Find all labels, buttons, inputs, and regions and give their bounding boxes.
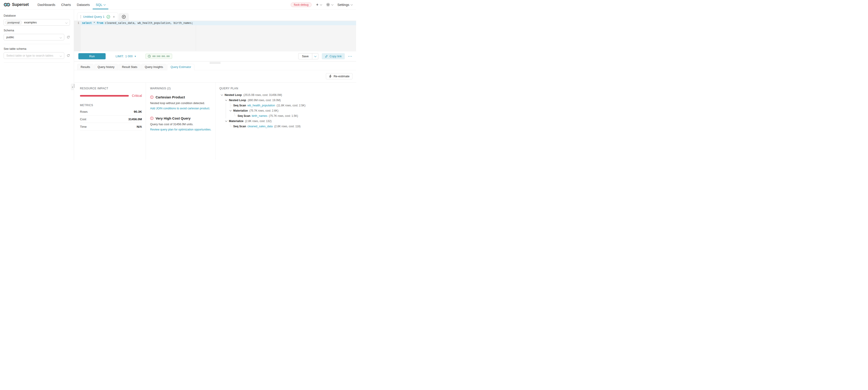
metric-value: 90.3K (134, 110, 142, 113)
timer-value: 00:00:00.00 (152, 55, 169, 58)
sql-code-line: select * from cleaned_sales_data, wb_hea… (82, 22, 193, 25)
save-options-button[interactable] (312, 53, 318, 59)
nav-item-charts[interactable]: Charts (58, 0, 74, 9)
tree-connector-icon (232, 113, 237, 118)
new-item-button[interactable]: + (316, 2, 321, 7)
tree-guide (224, 113, 228, 118)
tree-connector-icon (228, 103, 232, 108)
query-plan-node: Seq Scanbirth_names(75.7K rows, cost: 1.… (219, 113, 352, 118)
theme-toggle-button[interactable] (326, 3, 333, 7)
tab-query-insights[interactable]: Query Insights (141, 64, 166, 70)
plan-node-name: Materialize (233, 109, 248, 112)
sql-editor[interactable]: 1 select * from cleaned_sales_data, wb_h… (74, 21, 356, 51)
refresh-schemas-icon[interactable] (66, 35, 70, 39)
drag-handle-icon[interactable] (81, 15, 81, 18)
metrics-table: Rows90.3KCost31456.0MTimeN/A (80, 108, 142, 130)
schema-label: Schema (4, 29, 70, 32)
tree-guide (219, 113, 224, 118)
tree-guide (224, 108, 228, 113)
plan-node-detail: (2.8K rows, cost: 118) (274, 125, 301, 128)
chevron-down-icon (103, 3, 106, 5)
schema-select[interactable]: public (4, 34, 64, 40)
collapse-sidebar-button[interactable]: ‹ (71, 84, 74, 90)
table-select-placeholder: Select table or type to search tables (6, 54, 53, 57)
editor-active-line[interactable]: select * from cleaned_sales_data, wb_hea… (81, 21, 356, 25)
warning-item: Very High Cost QueryQuery has cost of 31… (150, 116, 212, 131)
settings-label: Settings (338, 3, 349, 7)
superset-logo[interactable]: Superset (4, 0, 29, 9)
caret-down-icon[interactable] (219, 92, 224, 97)
nav-item-label: Dashboards (37, 3, 55, 7)
sql-token: from (97, 22, 103, 25)
plan-node-name: Materialize (229, 120, 244, 123)
table-select[interactable]: Select table or type to search tables (4, 52, 64, 59)
warning-suggestion-link[interactable]: Add JOIN conditions to avoid cartesian p… (150, 107, 212, 110)
tree-guide (224, 124, 228, 129)
save-button[interactable]: Save (299, 53, 312, 59)
nav-item-datasets[interactable]: Datasets (74, 0, 93, 9)
chevron-down-icon (351, 3, 353, 5)
editor-toolbar: Run LIMIT: 1 000 ▼ 00:00:00.00 Save (74, 51, 356, 61)
database-select[interactable]: postgresql examples (4, 19, 70, 26)
copy-link-label: Copy link (330, 55, 342, 58)
nav-item-sql[interactable]: SQL (93, 0, 108, 9)
tab-query-estimator[interactable]: Query Estimator (167, 64, 194, 70)
plan-node-detail: (890.9M rows, cost: 19.0M) (248, 99, 281, 102)
database-value: examples (24, 21, 37, 24)
query-tab[interactable]: Untitled Query 1 × (77, 12, 118, 21)
plan-table-link[interactable]: birth_names (252, 114, 267, 118)
metric-row: Rows90.3K (80, 108, 142, 116)
warning-title: Very High Cost Query (150, 116, 212, 120)
query-plan-node: Nested Loop(890.9M rows, cost: 19.0M) (219, 97, 352, 103)
chevron-down-icon (65, 22, 68, 24)
nav-item-label: Charts (61, 3, 71, 7)
plan-table-link[interactable]: cleaned_sales_data (247, 125, 273, 128)
limit-dropdown[interactable]: LIMIT: 1 000 ▼ (116, 55, 136, 58)
resource-impact-column: RESOURCE IMPACT Critical METRICS Rows90.… (74, 83, 146, 159)
query-plan-node: Materialize(2.8K rows, cost: 132) (219, 118, 352, 124)
refresh-tables-icon[interactable] (66, 54, 70, 57)
plan-node-detail: (2515.0B rows, cost: 31456.0M) (244, 93, 282, 97)
check-circle-icon (106, 15, 110, 19)
query-plan-column: QUERY PLAN Nested Loop(2515.0B rows, cos… (215, 83, 356, 159)
query-plan-tree: Nested Loop(2515.0B rows, cost: 31456.0M… (219, 92, 352, 129)
limit-value: 1 000 (125, 55, 133, 58)
warning-suggestion-link[interactable]: Review query plan for optimization oppor… (150, 128, 212, 131)
superset-logo-icon (4, 2, 10, 7)
run-button[interactable]: Run (79, 53, 105, 59)
caret-down-icon[interactable] (224, 97, 228, 103)
more-menu-button[interactable]: ··· (348, 54, 353, 58)
plan-node-detail: (11.8K rows, cost: 2.5K) (277, 104, 306, 107)
impact-progress-bar (80, 95, 129, 97)
tab-results[interactable]: Results (77, 64, 94, 70)
copy-link-button[interactable]: Copy link (322, 53, 344, 59)
nav-item-label: SQL (96, 3, 102, 7)
metric-row: Cost31456.0M (80, 116, 142, 123)
chevron-down-icon (331, 3, 333, 5)
pane-splitter[interactable] (74, 61, 356, 64)
plan-node-detail: (2.8K rows, cost: 132) (245, 120, 272, 123)
query-plan-node: Seq Scancleaned_sales_data(2.8K rows, co… (219, 124, 352, 129)
sidebar-resize-handle[interactable] (74, 84, 74, 88)
editor-print-margin (196, 21, 196, 51)
tab-query-history[interactable]: Query history (94, 64, 118, 70)
chevron-down-icon (60, 36, 62, 39)
impact-level-label: Critical (132, 94, 142, 97)
tab-result-stats[interactable]: Result Stats (119, 64, 141, 70)
lightning-icon (329, 74, 332, 78)
table-schema-label: See table schema (4, 47, 70, 51)
sql-token: select (82, 22, 92, 25)
settings-menu[interactable]: Settings (338, 3, 352, 7)
new-query-tab-button[interactable] (119, 13, 129, 21)
reestimate-button[interactable]: Re-estimate (326, 73, 352, 79)
plan-table-link[interactable]: wb_health_population (247, 104, 275, 107)
nav-item-dashboards[interactable]: Dashboards (34, 0, 58, 9)
link-icon (325, 55, 328, 58)
close-icon[interactable]: × (113, 15, 115, 19)
caret-down-icon[interactable] (228, 108, 232, 113)
sun-icon (326, 3, 330, 7)
warning-title: Cartesian Product (150, 95, 212, 99)
caret-down-icon[interactable] (224, 118, 228, 124)
save-split-button: Save (298, 53, 318, 59)
sql-token: cleaned_sales_data, wb_health_population… (103, 22, 193, 25)
